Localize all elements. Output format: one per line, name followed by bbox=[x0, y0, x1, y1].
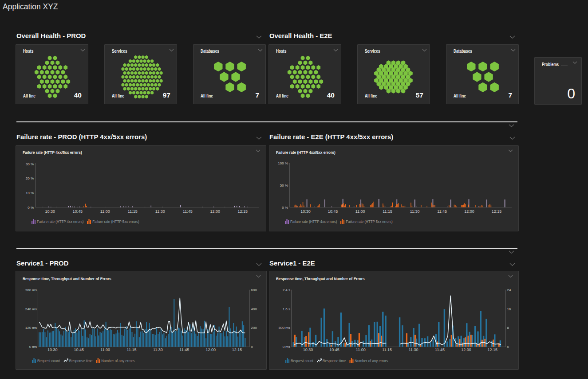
svg-text:20 %: 20 % bbox=[26, 176, 34, 180]
svg-text:10:30: 10:30 bbox=[303, 348, 313, 352]
svg-text:11:15: 11:15 bbox=[382, 348, 392, 352]
svg-text:12:00: 12:00 bbox=[205, 348, 216, 352]
svg-text:0 %: 0 % bbox=[282, 206, 288, 210]
svg-text:0: 0 bbox=[251, 345, 253, 349]
svg-text:11:00: 11:00 bbox=[100, 348, 110, 352]
svg-text:0 ms: 0 ms bbox=[283, 345, 290, 349]
svg-text:11:00: 11:00 bbox=[355, 209, 365, 214]
svg-text:12:15: 12:15 bbox=[238, 209, 248, 214]
svg-text:10:30: 10:30 bbox=[45, 209, 55, 214]
svg-text:0: 0 bbox=[507, 345, 509, 349]
svg-text:11:15: 11:15 bbox=[383, 209, 392, 214]
svg-text:11:30: 11:30 bbox=[410, 209, 420, 214]
svg-text:11:00: 11:00 bbox=[100, 209, 110, 214]
svg-text:11:45: 11:45 bbox=[183, 209, 193, 214]
svg-text:10:30: 10:30 bbox=[300, 209, 311, 214]
svg-text:10:30: 10:30 bbox=[47, 348, 58, 352]
svg-text:11:45: 11:45 bbox=[437, 209, 447, 214]
svg-text:12:00: 12:00 bbox=[461, 348, 471, 352]
svg-text:10:45: 10:45 bbox=[73, 209, 83, 214]
svg-text:1.6 s: 1.6 s bbox=[283, 307, 290, 311]
svg-text:11:30: 11:30 bbox=[155, 209, 165, 214]
svg-text:12:15: 12:15 bbox=[488, 348, 498, 352]
svg-text:11:15: 11:15 bbox=[127, 348, 137, 352]
svg-text:2.4 s: 2.4 s bbox=[283, 288, 290, 292]
svg-text:12:15: 12:15 bbox=[492, 209, 502, 214]
svg-text:11:00: 11:00 bbox=[356, 348, 366, 352]
svg-text:100 %: 100 % bbox=[278, 161, 288, 165]
svg-text:12:00: 12:00 bbox=[210, 209, 221, 214]
svg-text:12:00: 12:00 bbox=[464, 209, 474, 214]
svg-text:50 %: 50 % bbox=[280, 184, 288, 188]
svg-text:800 ms: 800 ms bbox=[279, 326, 290, 330]
svg-text:240 ms: 240 ms bbox=[25, 307, 37, 311]
svg-text:10:45: 10:45 bbox=[328, 209, 338, 214]
svg-text:11:45: 11:45 bbox=[435, 348, 445, 352]
svg-text:30 %: 30 % bbox=[26, 162, 34, 166]
svg-text:360 ms: 360 ms bbox=[25, 288, 37, 292]
svg-text:400: 400 bbox=[251, 307, 257, 311]
svg-text:11:45: 11:45 bbox=[179, 348, 189, 352]
svg-text:10:45: 10:45 bbox=[74, 348, 84, 352]
svg-text:0 ms: 0 ms bbox=[29, 345, 37, 349]
svg-text:0 %: 0 % bbox=[28, 206, 34, 210]
svg-text:12:15: 12:15 bbox=[232, 348, 242, 352]
svg-text:120 ms: 120 ms bbox=[25, 326, 37, 330]
svg-text:10:45: 10:45 bbox=[329, 348, 339, 352]
svg-text:8: 8 bbox=[507, 326, 509, 330]
svg-text:24: 24 bbox=[507, 288, 511, 292]
svg-text:11:30: 11:30 bbox=[409, 348, 418, 352]
svg-text:10 %: 10 % bbox=[26, 191, 34, 195]
svg-text:11:15: 11:15 bbox=[128, 209, 138, 214]
svg-text:600: 600 bbox=[251, 288, 257, 292]
svg-text:11:30: 11:30 bbox=[153, 348, 163, 352]
svg-text:16: 16 bbox=[507, 307, 511, 311]
svg-text:200: 200 bbox=[251, 326, 257, 330]
